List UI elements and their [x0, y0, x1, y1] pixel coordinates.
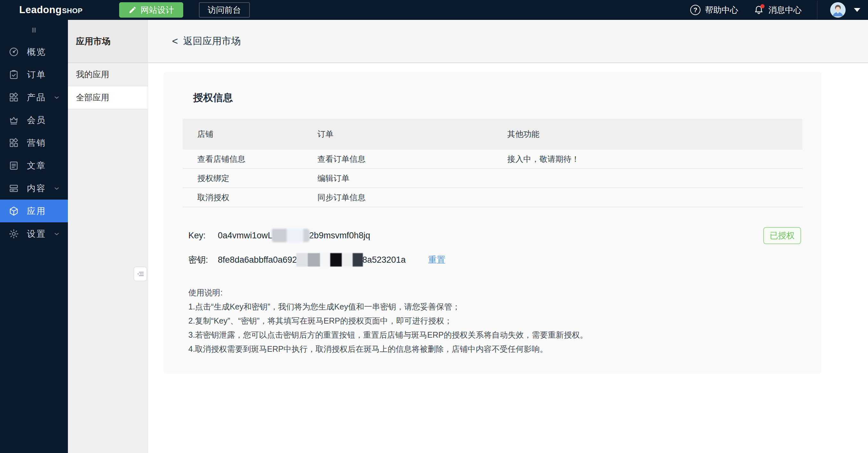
gauge-icon — [8, 46, 20, 58]
chevron-down-icon — [53, 94, 60, 101]
column-header: 店铺 — [183, 129, 303, 139]
back-to-app-market-link[interactable]: < 返回应用市场 — [172, 35, 241, 48]
cube-icon — [8, 205, 20, 217]
table-row: 查看店铺信息 查看订单信息 接入中，敬请期待！ — [183, 150, 802, 169]
instruction-line: 2.复制“Key”、“密钥”，将其填写在斑马ERP的授权页面中，即可进行授权； — [188, 314, 802, 328]
key-value-suffix: 2b9msvmf0h8jq — [309, 231, 370, 241]
logo-text-sub: SHOP — [62, 7, 83, 15]
back-arrow-icon: < — [172, 35, 178, 47]
table-header-row: 店铺 订单 其他功能 — [183, 119, 802, 150]
chevron-down-icon — [53, 230, 60, 237]
topbar-divider — [817, 1, 817, 19]
secret-redaction — [296, 253, 363, 267]
document-icon — [8, 160, 20, 172]
sidebar-item-articles[interactable]: 文章 — [0, 154, 68, 177]
clipboard-icon — [8, 69, 20, 81]
table-row: 授权绑定 编辑订单 — [183, 169, 802, 188]
sidebar-item-label: 营销 — [27, 137, 46, 149]
message-center-label: 消息中心 — [768, 4, 802, 16]
visit-storefront-button[interactable]: 访问前台 — [199, 2, 250, 18]
submenu-item-all-apps[interactable]: 全部应用 — [68, 86, 148, 109]
status-badge: 已授权 — [763, 227, 801, 244]
secret-value-suffix: 8a523201a — [362, 255, 405, 265]
column-header: 其他功能 — [493, 129, 802, 139]
crown-icon — [8, 114, 20, 126]
table-cell: 取消授权 — [183, 192, 303, 203]
key-row: Key: 0a4vmwi1owL 2b9msvmf0h8jq 已授权 — [188, 228, 802, 243]
pencil-icon — [128, 6, 137, 14]
card-title: 授权信息 — [193, 91, 802, 104]
secret-label: 密钥: — [188, 254, 218, 266]
submenu-title: 应用市场 — [68, 20, 148, 63]
sidebar-item-label: 内容 — [27, 183, 46, 194]
avatar[interactable] — [830, 2, 845, 18]
sidebar-item-label: 设置 — [27, 228, 46, 240]
sidebar-item-overview[interactable]: 概览 — [0, 40, 68, 63]
table-row: 取消授权 同步订单信息 — [183, 188, 802, 207]
help-center[interactable]: ? 帮助中心 — [690, 4, 738, 16]
sidebar: 概览 订单 产品 会员 — [0, 20, 68, 453]
help-icon: ? — [690, 5, 701, 15]
secret-value: 8fe8da6abbffa0a692 8a523201a — [218, 253, 405, 267]
collapse-handle-icon[interactable] — [0, 20, 68, 40]
key-value-prefix: 0a4vmwi1owL — [218, 231, 273, 241]
notification-dot — [761, 4, 765, 8]
instruction-line: 4.取消授权需要到斑马ERP中执行，取消授权后在斑马上的信息将被删除，店铺中内容… — [188, 342, 802, 356]
bell-icon — [754, 5, 764, 15]
fold-sidebar-button[interactable] — [133, 267, 147, 281]
main-content: < 返回应用市场 授权信息 店铺 订单 其他功能 查看店铺信息 查看订单信息 接… — [148, 20, 868, 453]
sidebar-item-content[interactable]: 内容 — [0, 177, 68, 200]
key-redaction — [272, 229, 310, 242]
logo[interactable]: Leadong SHOP — [19, 4, 83, 16]
table-cell: 编辑订单 — [303, 173, 493, 184]
chevron-down-icon[interactable] — [854, 8, 860, 12]
key-value: 0a4vmwi1owL 2b9msvmf0h8jq — [218, 229, 370, 242]
sidebar-item-members[interactable]: 会员 — [0, 109, 68, 131]
submenu: 应用市场 我的应用 全部应用 — [68, 20, 148, 453]
sidebar-item-settings[interactable]: 设置 — [0, 222, 68, 245]
table-cell: 查看订单信息 — [303, 154, 493, 164]
sidebar-item-orders[interactable]: 订单 — [0, 63, 68, 86]
topbar-right: ? 帮助中心 消息中心 — [690, 1, 868, 19]
reset-link[interactable]: 重置 — [428, 254, 445, 266]
website-design-label: 网站设计 — [141, 4, 174, 16]
table-cell: 同步订单信息 — [303, 192, 493, 203]
rows-icon — [8, 183, 20, 194]
sidebar-item-marketing[interactable]: 营销 — [0, 131, 68, 154]
sidebar-item-products[interactable]: 产品 — [0, 86, 68, 109]
submenu-item-my-apps[interactable]: 我的应用 — [68, 63, 148, 86]
table-cell: 授权绑定 — [183, 173, 303, 184]
website-design-button[interactable]: 网站设计 — [119, 2, 183, 18]
sidebar-item-label: 文章 — [27, 160, 46, 172]
sidebar-item-label: 应用 — [27, 205, 46, 217]
secret-value-prefix: 8fe8da6abbffa0a692 — [218, 255, 297, 265]
visit-storefront-label: 访问前台 — [208, 4, 241, 16]
help-center-label: 帮助中心 — [705, 4, 738, 16]
grid-icon — [8, 92, 20, 103]
logo-text-main: Leadong — [19, 4, 62, 16]
table-cell: 接入中，敬请期待！ — [493, 154, 802, 164]
instruction-line: 1.点击“生成Key和密钥”，我们将为您生成Key值和一串密钥，请您妥善保管； — [188, 300, 802, 314]
gear-icon — [8, 228, 20, 240]
sidebar-item-apps[interactable]: 应用 — [0, 200, 68, 222]
usage-instructions: 使用说明: 1.点击“生成Key和密钥”，我们将为您生成Key值和一串密钥，请您… — [188, 285, 802, 356]
topbar: Leadong SHOP 网站设计 访问前台 ? 帮助中心 消息中心 — [0, 0, 868, 20]
instructions-title: 使用说明: — [188, 285, 802, 300]
table-cell: 查看店铺信息 — [183, 154, 303, 164]
back-label: 返回应用市场 — [183, 35, 241, 48]
key-label: Key: — [188, 231, 218, 241]
permissions-table: 店铺 订单 其他功能 查看店铺信息 查看订单信息 接入中，敬请期待！ 授权绑定 … — [183, 119, 802, 207]
secret-row: 密钥: 8fe8da6abbffa0a692 8a523201a 重置 — [188, 252, 802, 268]
message-center[interactable]: 消息中心 — [754, 4, 802, 16]
grid-icon — [8, 137, 20, 149]
sidebar-item-label: 会员 — [27, 114, 46, 126]
instruction-line: 3.若密钥泄露，您可以点击密钥后方的重置按钮，重置后店铺与斑马ERP的授权关系将… — [188, 328, 802, 342]
sidebar-item-label: 概览 — [27, 46, 46, 58]
chevron-down-icon — [53, 185, 60, 192]
sidebar-item-label: 订单 — [27, 69, 46, 81]
column-header: 订单 — [303, 129, 493, 139]
main-header: < 返回应用市场 — [148, 20, 868, 63]
sidebar-item-label: 产品 — [27, 92, 46, 103]
authorization-card: 授权信息 店铺 订单 其他功能 查看店铺信息 查看订单信息 接入中，敬请期待！ … — [163, 72, 822, 374]
